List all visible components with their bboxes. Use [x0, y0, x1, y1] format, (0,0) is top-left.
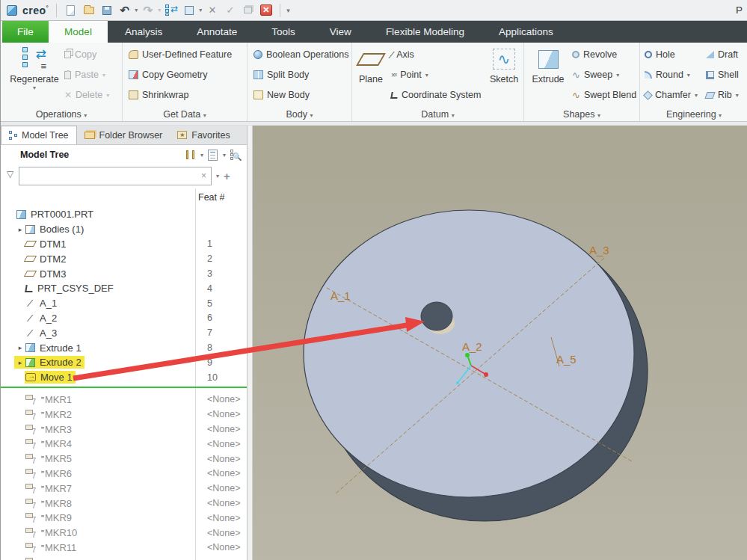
tree-item-mkr7[interactable]: MKR7<None>: [1, 481, 247, 496]
dropdown-icon[interactable]: ▾: [8, 84, 61, 91]
tree-item-mkr5[interactable]: MKR5<None>: [1, 452, 247, 467]
sketch-button[interactable]: ∿ Sketch: [485, 44, 523, 84]
tree-item-mkr9[interactable]: MKR9<None>: [1, 511, 247, 526]
tree-item-mkr2[interactable]: MKR2<None>: [1, 407, 247, 422]
undo-icon: ↶: [120, 4, 129, 17]
split-body-button[interactable]: Split Body: [253, 66, 309, 84]
tab-view[interactable]: View: [313, 21, 369, 43]
tab-flexible-modeling[interactable]: Flexible Modeling: [369, 21, 482, 43]
expander-icon[interactable]: ▸: [15, 226, 25, 233]
tree-item-a-3[interactable]: A_37: [1, 325, 247, 340]
shell-button[interactable]: Shell: [706, 66, 739, 84]
tab-tools[interactable]: Tools: [254, 21, 313, 43]
tree-filters-dropdown-icon[interactable]: ▾: [223, 152, 226, 159]
regenerate-quick-button[interactable]: ⇄: [163, 2, 179, 18]
undo-button[interactable]: ↶: [117, 2, 132, 18]
group-label-datum[interactable]: Datum ▾: [352, 109, 523, 120]
tree-item-move-1[interactable]: Move 110: [1, 370, 247, 385]
revolve-button[interactable]: Revolve: [572, 46, 617, 64]
tree-item-dtm1[interactable]: DTM11: [1, 237, 247, 252]
round-button[interactable]: Round▾: [645, 66, 690, 84]
tree-item-mkr11[interactable]: MKR11<None>: [1, 541, 247, 556]
rib-button[interactable]: Rib▾: [706, 86, 739, 104]
tree-item-a-2[interactable]: A_26: [1, 311, 247, 326]
tree-item-prt-csys-def[interactable]: PRT_CSYS_DEF4: [1, 281, 247, 296]
tree-item-dtm2[interactable]: DTM22: [1, 251, 247, 266]
tree-item-prt0001-prt[interactable]: PRT0001.PRT: [1, 207, 247, 222]
swept-blend-button[interactable]: ∿Swept Blend: [572, 86, 636, 104]
tab-applications[interactable]: Applications: [482, 21, 571, 43]
group-label-engineering[interactable]: Engineering ▾: [640, 109, 747, 120]
tab-folder-browser[interactable]: Folder Browser: [77, 126, 170, 144]
tree-item-mkr4[interactable]: MKR4<None>: [1, 437, 247, 452]
group-label-shapes[interactable]: Shapes ▾: [524, 109, 639, 120]
tree-item-mkr3[interactable]: MKR3<None>: [1, 422, 247, 437]
undo-dropdown-icon[interactable]: ▾: [135, 7, 138, 13]
tree-filters-button[interactable]: [206, 148, 220, 161]
tree-item-mkr8[interactable]: MKR8<None>: [1, 496, 247, 511]
draft-button[interactable]: Draft: [706, 46, 738, 64]
shrinkwrap-button[interactable]: Shrinkwrap: [129, 86, 189, 104]
point-button[interactable]: ×ˣPoint▾: [391, 66, 428, 84]
expander-icon[interactable]: ▸: [15, 344, 25, 351]
copy-geometry-button[interactable]: Copy Geometry: [129, 66, 208, 84]
tab-model-tree[interactable]: Model Tree: [1, 126, 77, 144]
extrude-button[interactable]: Extrude: [527, 44, 569, 84]
hole-feature[interactable]: [421, 302, 452, 330]
sweep-icon: ∿: [572, 70, 580, 81]
close-active-button[interactable]: ✕: [258, 2, 274, 18]
coordinate-system-button[interactable]: Coordinate System: [391, 86, 481, 104]
tree-item-dtm3[interactable]: DTM33: [1, 266, 247, 281]
tab-model[interactable]: Model: [49, 21, 108, 43]
chamfer-button[interactable]: Chamfer▾: [645, 86, 698, 104]
axis-label-a1[interactable]: A_1: [331, 289, 351, 302]
axis-label-a3[interactable]: A_3: [589, 244, 609, 256]
tree-settings-dropdown-icon[interactable]: ▾: [200, 152, 203, 159]
tree-item-extrude-1[interactable]: ▸Extrude 18: [1, 340, 247, 355]
group-label-get-data[interactable]: Get Data ▾: [123, 109, 247, 120]
new-body-button[interactable]: New Body: [253, 86, 310, 104]
3d-model-canvas[interactable]: A_1 A_3 A_2 A_5: [253, 126, 747, 560]
separator: [280, 4, 280, 17]
axis-label-a5[interactable]: A_5: [556, 353, 577, 366]
tab-file[interactable]: File: [2, 21, 49, 43]
new-file-button[interactable]: [63, 2, 79, 18]
graphics-viewport[interactable]: A_1 A_3 A_2 A_5: [253, 126, 747, 560]
hole-button[interactable]: Hole: [645, 46, 675, 64]
tree-item-partial[interactable]: [1, 555, 247, 560]
tab-analysis[interactable]: Analysis: [108, 21, 179, 43]
user-defined-feature-button[interactable]: User-Defined Feature: [129, 46, 232, 64]
expander-icon[interactable]: ▸: [15, 359, 25, 366]
tab-annotate[interactable]: Annotate: [179, 21, 254, 43]
new-body-icon: [253, 90, 263, 99]
axis-button[interactable]: ∕Axis: [391, 46, 414, 64]
refit-window-button[interactable]: [181, 2, 197, 18]
tree-search-input[interactable]: [22, 170, 200, 182]
clear-search-icon[interactable]: ×: [200, 170, 208, 181]
tree-item-a-1[interactable]: A_15: [1, 296, 247, 311]
save-button[interactable]: [99, 2, 114, 18]
tab-favorites[interactable]: ★Favorites: [170, 126, 237, 144]
refit-dropdown-icon[interactable]: ▾: [199, 7, 202, 13]
close-window-button[interactable]: ✕: [204, 2, 220, 18]
customize-toolbar-dropdown-icon[interactable]: ▾: [286, 7, 290, 14]
tree-item-mkr6[interactable]: MKR6<None>: [1, 467, 247, 481]
open-file-button[interactable]: [81, 2, 96, 18]
regenerate-button[interactable]: ⇄≡ Regenerate ▾: [8, 44, 61, 91]
group-label-body[interactable]: Body ▾: [248, 109, 351, 120]
tree-item-extrude-2[interactable]: ▸Extrude 29: [1, 355, 247, 370]
axis-label-a2[interactable]: A_2: [462, 340, 482, 353]
tree-settings-button[interactable]: [184, 148, 197, 161]
plane-button[interactable]: Plane: [354, 44, 388, 84]
tree-item-mkr1[interactable]: MKR1<None>: [1, 393, 247, 407]
tree-item-bodies-1-[interactable]: ▸Bodies (1): [1, 222, 247, 237]
group-label-operations[interactable]: Operations ▾: [1, 109, 122, 120]
tree-item-mkr10[interactable]: MKR10<None>: [1, 526, 247, 541]
insert-here-indicator[interactable]: [1, 387, 247, 388]
boolean-operations-button[interactable]: Boolean Operations: [253, 46, 349, 64]
tree-display-button[interactable]: 🔍: [229, 148, 242, 161]
panel-splitter[interactable]: [248, 126, 253, 560]
search-dropdown-icon[interactable]: ▾: [216, 173, 219, 179]
add-filter-button[interactable]: +: [224, 170, 230, 182]
sweep-button[interactable]: ∿Sweep▾: [572, 66, 619, 84]
